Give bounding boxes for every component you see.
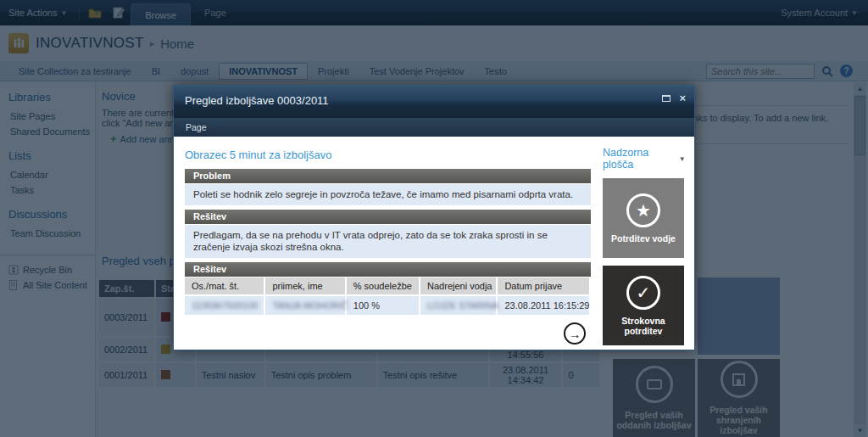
col-soudelezba: % soudeležbe — [347, 277, 420, 296]
dashboard-link-label: Nadzorna plošča — [603, 147, 680, 171]
action-label: Potrditev vodje — [611, 233, 676, 244]
resitev-text: Predlagam, da se na prehodu v IT vrata o… — [185, 225, 591, 258]
col-nadrejeni-vodja: Nadrejeni vodja — [420, 277, 498, 296]
improvement-review-dialog: Pregled izboljšave 0003/2011 × Page Obra… — [173, 85, 695, 350]
redacted-manager: LOJZE STARINA — [427, 300, 498, 311]
col-datum-prijave: Datum prijave — [498, 277, 591, 296]
dialog-side-panel: Nadzorna plošča ▾ ★ Potrditev vodje ✓ St… — [603, 147, 684, 350]
col-priimek-ime: priimek, ime — [265, 277, 346, 296]
col-os-mat-st: Os./mat. št. — [185, 277, 265, 296]
dialog-tab-page[interactable]: Page — [177, 120, 215, 135]
problem-text: Poleti se hodnik zelo segreje in povzroč… — [185, 184, 591, 205]
action-strokovna-potrditev[interactable]: ✓ Strokovna potrditev — [603, 266, 684, 345]
dashboard-link[interactable]: Nadzorna plošča ▾ — [603, 147, 684, 171]
date-value: 23.08.2011 16:15:29 — [498, 296, 591, 315]
next-arrow-icon[interactable]: → — [564, 322, 586, 345]
share-value: 100 % — [347, 296, 420, 315]
redacted-name: TANJA MOHORIČ — [272, 300, 348, 311]
star-circle-icon: ★ — [626, 193, 660, 227]
action-label: Strokovna potrditev — [603, 316, 684, 336]
sharepoint-page: Site Actions ▼ Browse Page System Accoun… — [0, 0, 868, 437]
redacted-id: 1105967500100 — [192, 300, 259, 311]
chevron-down-icon: ▾ — [680, 154, 684, 163]
dialog-title: Pregled izboljšave 0003/2011 — [185, 94, 329, 107]
form-link[interactable]: Obrazec 5 minut za izboljšavo — [185, 148, 331, 161]
dialog-titlebar[interactable]: Pregled izboljšave 0003/2011 × — [174, 86, 694, 118]
check-circle-icon: ✓ — [626, 276, 660, 310]
section-header-problem: Problem — [185, 169, 591, 183]
table-row: 1105967500100 TANJA MOHORIČ 100 % LOJZE … — [185, 296, 591, 315]
dialog-body: Obrazec 5 minut za izboljšavo Problem Po… — [174, 137, 694, 350]
dialog-ribbon: Page — [174, 118, 694, 137]
action-potrditev-vodje[interactable]: ★ Potrditev vodje — [603, 178, 684, 258]
section-header-resitev-table: Rešitev — [185, 262, 591, 277]
section-header-resitev: Rešitev — [185, 210, 591, 224]
close-icon[interactable]: × — [679, 94, 686, 103]
participants-table: Os./mat. št. priimek, ime % soudeležbe N… — [185, 277, 591, 315]
maximize-icon[interactable] — [662, 95, 670, 102]
